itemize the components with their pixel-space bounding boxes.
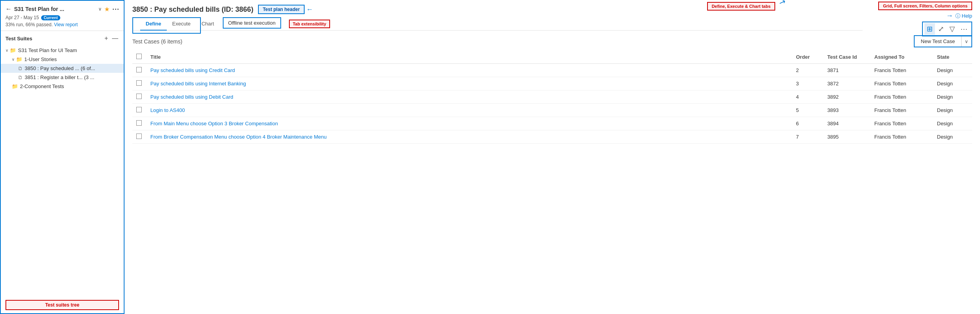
row-3-title: Login to AS400 [146, 104, 792, 117]
sidebar-more-icon[interactable]: ⋯ [112, 5, 119, 13]
tab-chart[interactable]: Chart [196, 18, 220, 31]
row-0-title-link[interactable]: Pay scheduled bills using Credit Card [150, 67, 235, 73]
sidebar-date-range: Apr 27 - May 15 [5, 15, 39, 20]
row-4-state: Design [933, 117, 972, 130]
row-0-state: Design [933, 64, 972, 77]
sidebar-chevron-icon[interactable]: ∨ [98, 6, 102, 12]
filter-button[interactable]: ▽ [947, 23, 957, 35]
row-4-title: From Main Menu choose Option 3 Broker Co… [146, 117, 792, 130]
row-4-checkbox[interactable] [136, 120, 142, 126]
tree-page-icon-2: 🗋 [18, 66, 23, 71]
help-link[interactable]: ⓘ Help [955, 13, 972, 20]
row-0-checkbox[interactable] [136, 67, 142, 72]
table-row: Pay scheduled bills using Internet Banki… [132, 77, 972, 90]
row-1-checkbox[interactable] [136, 80, 142, 86]
tree-folder-icon-0: 📁 [10, 47, 16, 53]
row-5-title: From Broker Compensation Menu choose Opt… [146, 130, 792, 144]
tab-execute[interactable]: Execute [167, 18, 196, 31]
test-suites-tree: ∨ 📁 S31 Test Plan for UI Team ∨ 📁 1-User… [1, 44, 124, 297]
row-1-assigned: Francis Totten [870, 77, 933, 90]
column-options-button[interactable]: ⋯ [958, 23, 970, 35]
test-cases-table-container: Title Order Test Case Id Assigned To Sta… [132, 51, 972, 314]
tree-item-2[interactable]: 🗋 3850 : Pay scheduled ... (6 of... [1, 64, 124, 73]
row-5-order: 7 [792, 130, 823, 144]
row-5-state: Design [933, 130, 972, 144]
row-2-order: 4 [792, 90, 823, 104]
row-5-checkbox[interactable] [136, 134, 142, 139]
row-2-title-link[interactable]: Pay scheduled bills using Debit Card [150, 94, 233, 100]
grid-toolbar-annotation: Grid, Full screen, Filters, Column optio… [878, 2, 972, 10]
define-execute-annotation: Define, Execute & Chart tabs [707, 2, 775, 11]
row-1-title: Pay scheduled bills using Internet Banki… [146, 77, 792, 90]
header-annotation-arrow: ← [306, 5, 313, 14]
tree-label-4: 2-Component Tests [20, 83, 64, 89]
page-title: 3850 : Pay scheduled bills (ID: 3866) [132, 5, 253, 14]
row-2-checkbox[interactable] [136, 94, 142, 99]
help-label: Help [962, 13, 972, 19]
toolbar-row1: Grid, Full screen, Filters, Column optio… [878, 2, 972, 10]
row-1-order: 3 [792, 77, 823, 90]
row-3-state: Design [933, 104, 972, 117]
row-3-checkbox[interactable] [136, 107, 142, 112]
tree-item-3[interactable]: 🗋 3851 : Register a biller t... (3 ... [1, 73, 124, 82]
row-4-order: 6 [792, 117, 823, 130]
test-cases-table: Title Order Test Case Id Assigned To Sta… [132, 51, 972, 144]
tree-label-3: 3851 : Register a biller t... (3 ... [25, 74, 94, 80]
tab-offline[interactable]: Offline test execution [223, 17, 281, 29]
tree-item-4[interactable]: 📁 2-Component Tests [1, 82, 124, 91]
tree-folder-icon-1: 📁 [16, 56, 22, 62]
col-header-state: State [933, 51, 972, 64]
tree-item-0[interactable]: ∨ 📁 S31 Test Plan for UI Team [1, 46, 124, 55]
select-all-checkbox[interactable] [136, 54, 142, 59]
col-header-assigned: Assigned To [870, 51, 933, 64]
table-body: Pay scheduled bills using Credit Card 2 … [132, 64, 972, 144]
row-0-id: 3871 [823, 64, 870, 77]
tree-folder-icon-4: 📁 [12, 83, 18, 89]
sidebar-meta: Apr 27 - May 15 Current [5, 15, 119, 20]
table-row: From Main Menu choose Option 3 Broker Co… [132, 117, 972, 130]
row-4-title-link[interactable]: From Main Menu choose Option 3 Broker Co… [150, 121, 278, 126]
table-row: From Broker Compensation Menu choose Opt… [132, 130, 972, 144]
grid-view-button[interactable]: ⊞ [924, 23, 935, 35]
row-5-title-link[interactable]: From Broker Compensation Menu choose Opt… [150, 134, 327, 140]
test-cases-title: Test Cases (6 items) [132, 38, 182, 45]
row-3-title-link[interactable]: Login to AS400 [150, 107, 185, 113]
tabs-bar: Define Execute Chart Offline test execut… [132, 17, 863, 31]
row-2-id: 3892 [823, 90, 870, 104]
row-4-assigned: Francis Totten [870, 117, 933, 130]
row-0-assigned: Francis Totten [870, 64, 933, 77]
row-1-check [132, 77, 146, 90]
test-cases-header: Test Cases (6 items) New Test Case ∨ [132, 31, 972, 51]
page-header: 3850 : Pay scheduled bills (ID: 3866) Te… [125, 0, 980, 31]
collapse-suite-button[interactable]: — [111, 34, 119, 43]
table-header-row: Title Order Test Case Id Assigned To Sta… [132, 51, 972, 64]
sidebar-back-row: ← S31 Test Plan for ... ∨ ★ ⋯ [5, 5, 119, 13]
row-2-state: Design [933, 90, 972, 104]
header-annotation-box: Test plan header [258, 5, 304, 14]
col-header-check [132, 51, 146, 64]
sidebar-annotation: Test suites tree [5, 300, 119, 310]
define-execute-annotation-area: Define, Execute & Chart tabs ↙ [707, 2, 784, 11]
tab-define[interactable]: Define [140, 18, 167, 31]
row-0-check [132, 64, 146, 77]
row-0-order: 2 [792, 64, 823, 77]
table-row: Pay scheduled bills using Debit Card 4 3… [132, 90, 972, 104]
tree-toggle-1: ∨ [12, 57, 14, 61]
view-report-link[interactable]: View report [54, 22, 78, 27]
row-1-title-link[interactable]: Pay scheduled bills using Internet Banki… [150, 81, 246, 87]
col-header-order: Order [792, 51, 823, 64]
back-button[interactable]: ← [5, 5, 12, 13]
table-row: Login to AS400 5 3893 Francis Totten Des… [132, 104, 972, 117]
fullscreen-button[interactable]: ⤢ [936, 23, 946, 35]
col-header-title: Title [146, 51, 792, 64]
test-suites-label: Test Suites [5, 36, 32, 42]
sidebar-star-icon[interactable]: ★ [104, 5, 110, 13]
tree-item-1[interactable]: ∨ 📁 1-User Stories [1, 55, 124, 64]
add-suite-button[interactable]: + [104, 34, 109, 43]
row-5-check [132, 130, 146, 144]
sidebar-plan-title: S31 Test Plan for ... [14, 6, 96, 12]
row-3-order: 5 [792, 104, 823, 117]
tree-label-1: 1-User Stories [24, 56, 57, 62]
row-1-id: 3872 [823, 77, 870, 90]
tree-page-icon-3: 🗋 [18, 75, 23, 80]
